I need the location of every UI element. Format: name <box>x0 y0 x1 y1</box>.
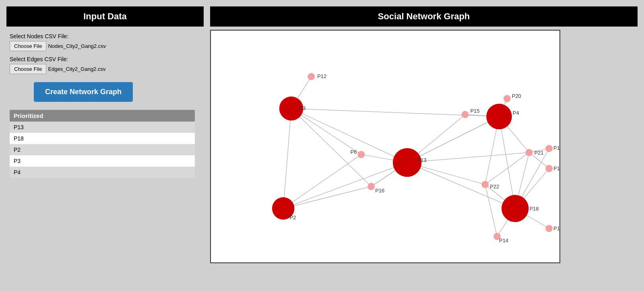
label-p12: P12 <box>317 73 326 79</box>
nodes-label: Select Nodes CSV File: <box>10 33 197 39</box>
big-nodes-group: P3 P4 P13 P2 P18 <box>272 97 539 222</box>
node-p16 <box>367 183 375 190</box>
list-item[interactable]: P13 <box>10 122 195 133</box>
label-p14: P14 <box>499 237 508 244</box>
right-content: P12 P15 P20 P6 P16 P21 <box>210 27 638 285</box>
node-p4 <box>486 104 512 130</box>
node-p22 <box>481 181 489 188</box>
nodes-input-row: Choose File Nodes_City2_Gang2.csv <box>10 41 197 51</box>
prioritized-header: Prioritized <box>10 110 195 122</box>
svg-line-1 <box>291 109 407 163</box>
node-p17 <box>545 225 553 232</box>
graph-container: P12 P15 P20 P6 P16 P21 <box>210 30 560 263</box>
node-p20 <box>504 95 511 102</box>
network-graph-svg: P12 P15 P20 P6 P16 P21 <box>211 31 559 262</box>
svg-line-8 <box>283 186 371 208</box>
right-panel: Social Network Graph <box>210 6 638 285</box>
left-content: Select Nodes CSV File: Choose File Nodes… <box>6 27 204 184</box>
svg-line-6 <box>283 163 407 208</box>
svg-line-21 <box>407 117 499 163</box>
list-item[interactable]: P2 <box>10 144 195 155</box>
svg-line-5 <box>283 109 291 208</box>
label-p6: P6 <box>351 149 357 155</box>
label-p21: P21 <box>534 150 543 156</box>
node-p10 <box>545 165 553 172</box>
create-network-graph-button[interactable]: Create Network Graph <box>34 82 133 102</box>
node-p12 <box>308 73 315 80</box>
choose-edges-button[interactable]: Choose File <box>10 64 46 74</box>
edges-file-row: Select Edges CSV File: Choose File Edges… <box>10 56 197 74</box>
edges-label: Select Edges CSV File: <box>10 56 197 62</box>
label-p10: P10 <box>553 165 559 171</box>
list-item[interactable]: P18 <box>10 133 195 144</box>
nodes-file-row: Select Nodes CSV File: Choose File Nodes… <box>10 33 197 51</box>
svg-line-4 <box>291 109 372 187</box>
social-network-header: Social Network Graph <box>210 6 638 27</box>
list-item[interactable]: P4 <box>10 167 195 178</box>
label-p13: P13 <box>417 157 426 163</box>
label-p16: P16 <box>375 188 384 194</box>
svg-line-14 <box>499 117 515 208</box>
node-p21 <box>526 149 533 156</box>
node-p15 <box>462 111 469 118</box>
node-p1 <box>545 145 553 152</box>
input-data-header: Input Data <box>6 6 204 27</box>
edges-filename: Edges_City2_Gang2.csv <box>48 66 105 72</box>
svg-line-2 <box>291 109 361 155</box>
label-p20: P20 <box>512 93 521 99</box>
label-p3: P3 <box>299 105 305 111</box>
list-item[interactable]: P3 <box>10 155 195 167</box>
label-p18: P18 <box>530 206 539 212</box>
nodes-filename: Nodes_City2_Gang2.csv <box>48 43 106 49</box>
node-p6 <box>357 151 365 158</box>
label-p4: P4 <box>513 110 519 116</box>
node-p18 <box>502 195 529 222</box>
prioritized-list: P13 P18 P2 P3 P4 <box>10 122 195 178</box>
svg-line-7 <box>283 155 361 208</box>
label-p2: P2 <box>290 215 296 221</box>
edges-input-row: Choose File Edges_City2_Gang2.csv <box>10 64 197 74</box>
prioritized-section: Prioritized P13 P18 P2 P3 P4 <box>10 110 197 178</box>
label-p15: P15 <box>471 108 480 114</box>
left-panel: Input Data Select Nodes CSV File: Choose… <box>6 6 204 285</box>
label-p22: P22 <box>490 184 499 190</box>
label-p1: P1 <box>553 145 559 151</box>
choose-nodes-button[interactable]: Choose File <box>10 41 46 51</box>
label-p17: P17 <box>553 225 559 231</box>
